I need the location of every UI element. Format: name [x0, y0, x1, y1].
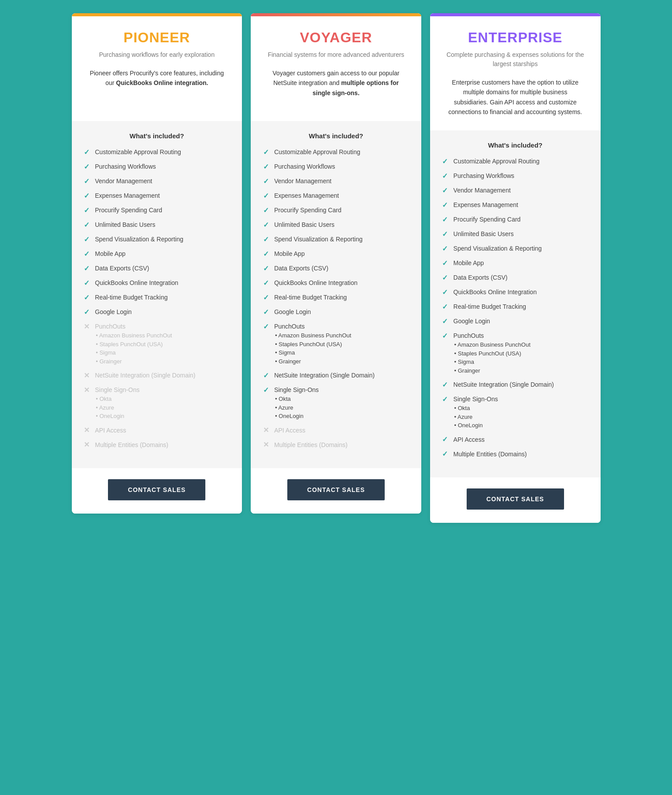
voyager-feature-item-16: ✕Multiple Entities (Domains)	[262, 440, 410, 450]
pioneer-contact-sales-button[interactable]: CONTACT SALES	[108, 479, 205, 500]
voyager-features-heading: What's included?	[262, 132, 410, 140]
check-icon: ✓	[83, 250, 91, 258]
check-icon: ✓	[262, 264, 270, 272]
pioneer-feature-item-1: ✓Purchasing Workflows	[83, 162, 231, 171]
check-icon: ✓	[83, 221, 91, 229]
x-icon: ✕	[83, 371, 91, 379]
enterprise-feature-item-15: ✓API Access	[441, 435, 590, 444]
voyager-features-section: What's included?✓Customizable Approval R…	[251, 121, 421, 468]
feature-text-14: Single Sign-Ons• Okta• Azure• OneLogin	[274, 385, 319, 421]
check-icon: ✓	[262, 221, 270, 229]
enterprise-title: ENTERPRISE	[443, 30, 587, 46]
feature-text-0: Customizable Approval Routing	[95, 148, 181, 157]
feature-sub-item: • Amazon Business PunchOut	[274, 331, 351, 340]
check-icon: ✓	[262, 371, 270, 379]
enterprise-feature-item-2: ✓Vendor Management	[441, 186, 590, 195]
feature-text-9: QuickBooks Online Integration	[274, 278, 357, 288]
feature-text-13: NetSuite Integration (Single Domain)	[95, 371, 196, 380]
pioneer-feature-item-8: ✓Data Exports (CSV)	[83, 264, 231, 273]
feature-text-11: Google Login	[95, 307, 132, 317]
feature-sub-item: • Amazon Business PunchOut	[95, 331, 172, 340]
voyager-feature-item-10: ✓Real-time Budget Tracking	[262, 293, 410, 302]
enterprise-feature-item-10: ✓Real-time Budget Tracking	[441, 302, 590, 311]
enterprise-contact-sales-button[interactable]: CONTACT SALES	[467, 488, 564, 510]
check-icon: ✓	[441, 288, 449, 296]
voyager-feature-item-13: ✓NetSuite Integration (Single Domain)	[262, 371, 410, 380]
feature-text-0: Customizable Approval Routing	[274, 148, 360, 157]
feature-sub-item: • Azure	[453, 413, 498, 422]
pioneer-feature-item-2: ✓Vendor Management	[83, 177, 231, 186]
pioneer-feature-item-9: ✓QuickBooks Online Integration	[83, 278, 231, 288]
voyager-title: VOYAGER	[264, 30, 408, 46]
feature-text-8: Data Exports (CSV)	[95, 264, 149, 273]
check-icon: ✓	[262, 148, 270, 156]
enterprise-description: Enterprise customers have the option to …	[443, 78, 587, 122]
check-icon: ✓	[262, 163, 270, 170]
voyager-header: VOYAGERFinancial systems for more advanc…	[251, 16, 421, 121]
voyager-top-bar	[251, 13, 421, 16]
voyager-feature-item-6: ✓Spend Visualization & Reporting	[262, 235, 410, 244]
x-icon: ✕	[262, 426, 270, 434]
feature-text-16: Multiple Entities (Domains)	[95, 440, 169, 450]
enterprise-feature-item-0: ✓Customizable Approval Routing	[441, 157, 590, 166]
enterprise-feature-item-8: ✓Data Exports (CSV)	[441, 273, 590, 282]
feature-sub-item: • Azure	[274, 403, 319, 412]
x-icon: ✕	[262, 441, 270, 449]
feature-sub-item: • Staples PunchOut (USA)	[274, 340, 351, 349]
pioneer-features-section: What's included?✓Customizable Approval R…	[72, 121, 242, 468]
enterprise-feature-item-11: ✓Google Login	[441, 317, 590, 326]
voyager-feature-item-0: ✓Customizable Approval Routing	[262, 148, 410, 157]
feature-text-1: Purchasing Workflows	[95, 162, 156, 171]
feature-text-4: Procurify Spending Card	[453, 215, 521, 224]
feature-text-9: QuickBooks Online Integration	[453, 288, 537, 297]
pioneer-title: PIONEER	[85, 30, 229, 46]
feature-text-12: PunchOuts• Amazon Business PunchOut• Sta…	[453, 331, 531, 375]
feature-text-3: Expenses Management	[274, 191, 339, 200]
enterprise-feature-item-9: ✓QuickBooks Online Integration	[441, 288, 590, 297]
check-icon: ✓	[441, 157, 449, 165]
feature-text-8: Data Exports (CSV)	[274, 264, 328, 273]
pioneer-feature-item-7: ✓Mobile App	[83, 249, 231, 259]
feature-text-2: Vendor Management	[95, 177, 152, 186]
voyager-feature-item-3: ✓Expenses Management	[262, 191, 410, 200]
feature-text-11: Google Login	[453, 317, 490, 326]
voyager-description: Voyager customers gain access to our pop…	[264, 68, 408, 112]
feature-text-2: Vendor Management	[274, 177, 331, 186]
feature-text-15: API Access	[453, 435, 485, 444]
check-icon: ✓	[441, 201, 449, 209]
voyager-footer: CONTACT SALES	[251, 468, 421, 514]
pioneer-header: PIONEERPurchasing workflows for early ex…	[72, 16, 242, 121]
plan-card-enterprise: ENTERPRISEComplete purchasing & expenses…	[430, 13, 601, 523]
check-icon: ✓	[83, 308, 91, 316]
x-icon: ✕	[83, 322, 91, 330]
feature-sub-item: • OneLogin	[453, 421, 498, 430]
feature-text-10: Real-time Budget Tracking	[95, 293, 168, 302]
check-icon: ✓	[441, 172, 449, 180]
voyager-feature-item-7: ✓Mobile App	[262, 249, 410, 259]
feature-sub-item: • Sigma	[95, 348, 172, 357]
x-icon: ✕	[83, 386, 91, 394]
feature-text-5: Unlimited Basic Users	[453, 229, 514, 239]
check-icon: ✓	[441, 317, 449, 325]
feature-text-5: Unlimited Basic Users	[95, 220, 156, 229]
voyager-contact-sales-button[interactable]: CONTACT SALES	[287, 479, 385, 500]
feature-text-3: Expenses Management	[95, 191, 160, 200]
feature-sub-item: • Sigma	[453, 358, 531, 366]
check-icon: ✓	[441, 230, 449, 238]
feature-sub-item: • Okta	[274, 395, 319, 403]
check-icon: ✓	[262, 386, 270, 394]
pioneer-feature-item-15: ✕API Access	[83, 426, 231, 435]
enterprise-feature-item-5: ✓Unlimited Basic Users	[441, 229, 590, 239]
pioneer-feature-item-3: ✓Expenses Management	[83, 191, 231, 200]
pricing-container: PIONEERPurchasing workflows for early ex…	[72, 13, 601, 523]
check-icon: ✓	[441, 381, 449, 388]
check-icon: ✓	[83, 206, 91, 214]
x-icon: ✕	[83, 441, 91, 449]
feature-sub-item: • Okta	[95, 395, 140, 403]
pioneer-footer: CONTACT SALES	[72, 468, 242, 514]
pioneer-feature-item-10: ✓Real-time Budget Tracking	[83, 293, 231, 302]
enterprise-features-heading: What's included?	[441, 141, 590, 149]
feature-text-12: PunchOuts• Amazon Business PunchOut• Sta…	[274, 322, 351, 366]
pioneer-description: Pioneer offers Procurify's core features…	[85, 68, 229, 112]
feature-text-5: Unlimited Basic Users	[274, 220, 334, 229]
